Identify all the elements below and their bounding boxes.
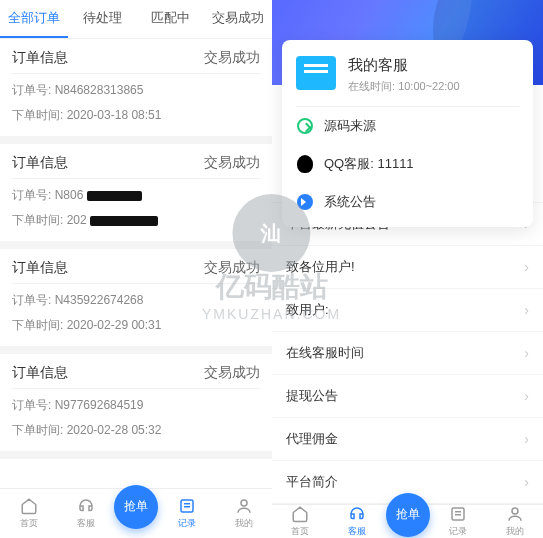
service-screen: 我的客服 在线时间: 10:00~22:00 源码来源 QQ客服: 11111 … xyxy=(272,0,543,538)
chevron-right-icon: › xyxy=(524,345,529,361)
order-time: 202 xyxy=(67,213,87,227)
order-no-label: 订单号 xyxy=(12,398,55,412)
order-card[interactable]: 订单信息 交易成功 订单号N977692684519 下单时间2020-02-2… xyxy=(0,354,272,459)
order-no: N806 xyxy=(55,188,84,202)
order-time-label: 下单时间 xyxy=(12,423,67,437)
order-status: 交易成功 xyxy=(204,259,260,277)
headset-icon xyxy=(77,497,95,515)
order-no-label: 订单号 xyxy=(12,188,55,202)
order-info-label: 订单信息 xyxy=(12,364,68,382)
order-info-label: 订单信息 xyxy=(12,259,68,277)
announcement-icon xyxy=(296,193,314,211)
tab-matching[interactable]: 匹配中 xyxy=(136,0,204,38)
list-icon xyxy=(178,497,196,515)
chevron-right-icon: › xyxy=(524,388,529,404)
order-time-label: 下单时间 xyxy=(12,108,67,122)
order-info-label: 订单信息 xyxy=(12,154,68,172)
order-info-label: 订单信息 xyxy=(12,49,68,67)
service-row-source[interactable]: 源码来源 xyxy=(296,107,519,145)
nav-home[interactable]: 首页 xyxy=(272,505,329,538)
order-card[interactable]: 订单信息 交易成功 订单号N435922674268 下单时间2020-02-2… xyxy=(0,249,272,354)
service-row-qq[interactable]: QQ客服: 11111 xyxy=(296,145,519,183)
orders-screen: 全部订单 待处理 匹配中 交易成功 订单信息 交易成功 订单号N84682831… xyxy=(0,0,272,538)
tab-success[interactable]: 交易成功 xyxy=(204,0,272,38)
home-icon xyxy=(291,505,309,523)
order-time: 2020-03-18 08:51 xyxy=(67,108,162,122)
service-hours: 在线时间: 10:00~22:00 xyxy=(348,79,460,94)
headset-icon xyxy=(348,505,366,523)
qq-icon xyxy=(296,155,314,173)
order-time-label: 下单时间 xyxy=(12,213,67,227)
redacted-icon xyxy=(87,191,142,201)
list-item[interactable]: 致用户:› xyxy=(272,289,543,332)
chevron-right-icon: › xyxy=(524,474,529,490)
redacted-icon xyxy=(90,216,158,226)
service-title: 我的客服 xyxy=(348,56,460,75)
order-list[interactable]: 订单信息 交易成功 订单号N846828313865 下单时间2020-03-1… xyxy=(0,39,272,488)
nav-home[interactable]: 首页 xyxy=(0,497,57,530)
nav-profile[interactable]: 我的 xyxy=(215,497,272,530)
svg-point-3 xyxy=(241,500,247,506)
service-card-header: 我的客服 在线时间: 10:00~22:00 xyxy=(296,56,519,107)
nav-service[interactable]: 客服 xyxy=(57,497,114,530)
order-tabs: 全部订单 待处理 匹配中 交易成功 xyxy=(0,0,272,39)
user-icon xyxy=(235,497,253,515)
chevron-right-icon: › xyxy=(524,302,529,318)
nav-fab-grab[interactable]: 抢单 xyxy=(114,485,158,529)
chevron-right-icon: › xyxy=(524,431,529,447)
order-time: 2020-02-28 05:32 xyxy=(67,423,162,437)
nav-records[interactable]: 记录 xyxy=(430,505,487,538)
order-no-label: 订单号 xyxy=(12,293,55,307)
order-card[interactable]: 订单信息 交易成功 订单号N806 下单时间202 xyxy=(0,144,272,249)
nav-fab-grab[interactable]: 抢单 xyxy=(386,493,430,537)
chevron-right-icon: › xyxy=(524,259,529,275)
chat-icon xyxy=(296,56,336,90)
svg-point-7 xyxy=(512,508,518,514)
nav-profile[interactable]: 我的 xyxy=(486,505,543,538)
order-status: 交易成功 xyxy=(204,364,260,382)
order-time-label: 下单时间 xyxy=(12,318,67,332)
list-item[interactable]: 提现公告› xyxy=(272,375,543,418)
nav-service[interactable]: 客服 xyxy=(329,505,386,538)
nav-records[interactable]: 记录 xyxy=(158,497,215,530)
list-item[interactable]: 在线客服时间› xyxy=(272,332,543,375)
order-no-label: 订单号 xyxy=(12,83,55,97)
order-no: N977692684519 xyxy=(55,398,144,412)
bottom-nav: 首页 客服 抢单 记录 我的 xyxy=(0,488,272,538)
list-item[interactable]: 致各位用户!› xyxy=(272,246,543,289)
tab-pending[interactable]: 待处理 xyxy=(68,0,136,38)
bottom-nav: 首页 客服 抢单 记录 我的 xyxy=(272,504,543,538)
home-icon xyxy=(20,497,38,515)
service-row-announcement[interactable]: 系统公告 xyxy=(296,183,519,221)
order-status: 交易成功 xyxy=(204,154,260,172)
order-card[interactable]: 订单信息 交易成功 订单号N846828313865 下单时间2020-03-1… xyxy=(0,39,272,144)
order-no: N435922674268 xyxy=(55,293,144,307)
service-card: 我的客服 在线时间: 10:00~22:00 源码来源 QQ客服: 11111 … xyxy=(282,40,533,227)
user-icon xyxy=(506,505,524,523)
order-no: N846828313865 xyxy=(55,83,144,97)
order-status: 交易成功 xyxy=(204,49,260,67)
source-icon xyxy=(296,117,314,135)
list-item[interactable]: 代理佣金› xyxy=(272,418,543,461)
tab-all-orders[interactable]: 全部订单 xyxy=(0,0,68,38)
order-time: 2020-02-29 00:31 xyxy=(67,318,162,332)
list-icon xyxy=(449,505,467,523)
